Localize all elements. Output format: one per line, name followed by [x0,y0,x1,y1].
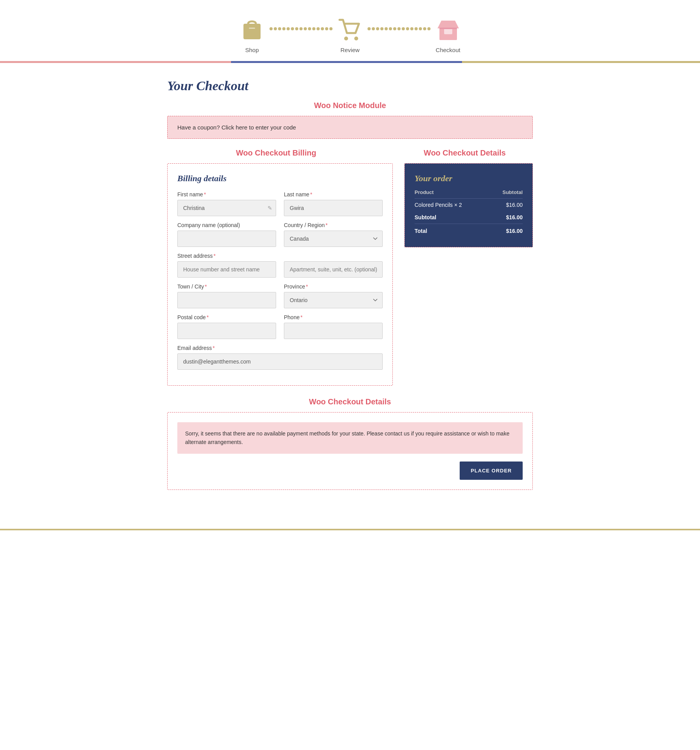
progress-step-checkout: Checkout [434,16,462,53]
svg-rect-0 [243,24,261,39]
progress-steps: Shop Review [0,0,700,61]
svg-point-2 [344,37,348,40]
bottom-bar [0,529,700,530]
edit-icon: ✎ [268,205,272,212]
payment-notice: Sorry, it seems that there are no availa… [177,422,523,454]
coupon-text: Have a coupon? Click here to enter your … [177,124,523,131]
street-label: Street address* [177,253,276,259]
order-item-row: Colored Pencils × 2 $16.00 [415,199,523,212]
town-label: Town / City* [177,283,276,290]
coupon-box[interactable]: Have a coupon? Click here to enter your … [167,116,533,139]
svg-rect-1 [249,28,255,29]
country-group: Country / Region* Canada [284,222,383,247]
apartment-label-spacer [284,253,383,259]
email-row: Email address* [177,345,383,370]
phone-group: Phone* [284,314,383,339]
email-input[interactable] [177,353,383,370]
first-name-label: First name* [177,191,276,198]
town-input[interactable] [177,292,276,308]
cart-icon [336,16,364,43]
subtotal-value: $16.00 [490,211,523,224]
email-group: Email address* [177,345,383,370]
billing-section-heading: Woo Checkout Billing [167,149,385,157]
color-progress-bar [0,61,700,63]
subtotal-label: Subtotal [415,211,490,224]
postal-phone-row: Postal code* Phone* [177,314,383,339]
main-container: Your Checkout Woo Notice Module Have a c… [159,79,541,513]
total-value: $16.00 [490,224,523,238]
order-item-name: Colored Pencils × 2 [415,199,490,212]
step-review-label: Review [340,47,359,53]
place-order-button[interactable]: PLACE ORDER [460,462,523,480]
street-group: Street address* [177,253,276,278]
step-dots-2 [368,27,430,42]
postal-group: Postal code* [177,314,276,339]
name-row: First name* ✎ Last name* [177,191,383,216]
postal-input[interactable] [177,323,276,339]
last-name-label: Last name* [284,191,383,198]
col-product: Product [415,189,490,199]
order-item-price: $16.00 [490,199,523,212]
province-group: Province* Ontario [284,283,383,308]
country-select[interactable]: Canada [284,231,383,247]
company-label: Company name (optional) [177,222,276,228]
company-input[interactable] [177,231,276,247]
page-title: Your Checkout [167,79,533,93]
subtotal-row: Subtotal $16.00 [415,211,523,224]
order-details-section: Your order Product Subtotal Colored Penc… [404,163,533,247]
country-label: Country / Region* [284,222,383,228]
bottom-section-heading: Woo Checkout Details [167,397,533,406]
street-row: Street address* [177,253,383,278]
first-name-input-wrapper: ✎ [177,200,276,216]
progress-step-shop: Shop [238,16,266,53]
step-dots-1 [270,27,332,42]
total-label: Total [415,224,490,238]
order-table: Product Subtotal Colored Pencils × 2 $16… [415,189,523,237]
last-name-input[interactable] [284,200,383,216]
province-select[interactable]: Ontario [284,292,383,308]
step-checkout-label: Checkout [436,47,460,53]
details-label-col: Woo Checkout Details [397,149,533,163]
first-name-input[interactable] [177,200,276,216]
place-order-row: PLACE ORDER [177,462,523,480]
svg-point-3 [354,37,358,40]
apartment-group [284,253,383,278]
columns-label-row: Woo Checkout Billing Woo Checkout Detail… [167,149,533,163]
postal-label: Postal code* [177,314,276,320]
first-name-group: First name* ✎ [177,191,276,216]
payment-notice-text: Sorry, it seems that there are no availa… [185,429,515,447]
company-group: Company name (optional) [177,222,276,247]
street-input[interactable] [177,261,276,278]
bottom-section: Sorry, it seems that there are no availa… [167,412,533,490]
phone-input[interactable] [284,323,383,339]
province-label: Province* [284,283,383,290]
town-province-row: Town / City* Province* Ontario [177,283,383,308]
svg-rect-5 [444,28,452,34]
company-country-row: Company name (optional) Country / Region… [177,222,383,247]
col-subtotal: Subtotal [490,189,523,199]
details-section-heading: Woo Checkout Details [397,149,533,157]
svg-rect-6 [439,28,457,29]
town-group: Town / City* [177,283,276,308]
progress-step-review: Review [336,16,364,53]
checkout-columns: Billing details First name* ✎ Last name* [167,163,533,386]
order-summary: Your order Product Subtotal Colored Penc… [404,163,533,247]
email-label: Email address* [177,345,383,351]
notice-module-heading: Woo Notice Module [167,101,533,110]
bag-icon [238,16,266,43]
store-icon [434,16,462,43]
billing-label-col: Woo Checkout Billing [167,149,385,163]
order-summary-title: Your order [415,173,523,184]
billing-section: Billing details First name* ✎ Last name* [167,163,393,386]
apartment-input[interactable] [284,261,383,278]
last-name-group: Last name* [284,191,383,216]
step-shop-label: Shop [245,47,259,53]
billing-title: Billing details [177,173,383,184]
phone-label: Phone* [284,314,383,320]
total-row: Total $16.00 [415,224,523,238]
